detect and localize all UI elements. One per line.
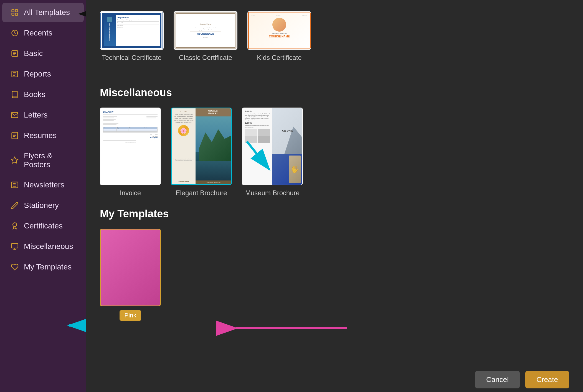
sidebar-item-reports[interactable]: Reports — [2, 64, 84, 84]
template-card-pink[interactable]: Pink — [100, 229, 161, 321]
sidebar-item-basic[interactable]: Basic — [2, 44, 84, 63]
miscellaneous-grid: INVOICE — [100, 108, 569, 197]
sidebar-item-stationery[interactable]: Stationery — [2, 196, 84, 215]
book-icon — [10, 90, 19, 99]
misc-icon — [10, 242, 19, 251]
template-thumb[interactable]: Certificate of Achievement Algorithms Su… — [100, 11, 164, 50]
template-card-kids[interactable]: NAME STATUS TEACHER HAS PARTICIPATED IN … — [247, 11, 311, 62]
sidebar-item-label: Newsletters — [24, 180, 64, 189]
miscellaneous-section: Miscellaneous INVOICE — [100, 87, 569, 197]
sidebar-item-label: Letters — [24, 111, 48, 119]
grid-icon — [10, 8, 19, 17]
sidebar-item-label: Resumes — [24, 131, 57, 140]
sidebar-item-letters[interactable]: Letters — [2, 105, 84, 125]
sidebar-item-label: My Templates — [24, 263, 72, 271]
template-thumb-pink[interactable] — [100, 229, 161, 306]
lines-icon — [10, 49, 19, 58]
sidebar-item-label: Recents — [24, 29, 52, 37]
template-thumb-invoice[interactable]: INVOICE — [100, 108, 161, 185]
my-templates-grid: Pink — [100, 229, 569, 321]
sidebar-item-miscellaneous[interactable]: Miscellaneous — [2, 237, 84, 256]
template-thumb[interactable]: NAME STATUS TEACHER HAS PARTICIPATED IN … — [247, 11, 311, 50]
main-content: Certificate of Achievement Algorithms Su… — [86, 0, 583, 367]
certificate-icon — [10, 221, 19, 231]
sidebar: All Templates Recents — [0, 0, 86, 392]
sidebar-item-books[interactable]: Books — [2, 85, 84, 104]
template-thumb[interactable]: Recipient Name has successfully complete… — [174, 11, 237, 50]
flyer-icon — [10, 156, 19, 165]
template-label: Technical Certificate — [102, 54, 162, 62]
sidebar-item-recents[interactable]: Recents — [2, 23, 84, 43]
template-card-classic[interactable]: Recipient Name has successfully complete… — [174, 11, 237, 62]
template-card-museum-brochure[interactable]: Subtitle To add photos, just tap or clic… — [242, 108, 303, 197]
resume-icon — [10, 131, 19, 140]
letter-icon — [10, 110, 19, 120]
clock-icon — [10, 28, 19, 38]
sidebar-item-all-templates[interactable]: All Templates — [2, 3, 84, 22]
report-icon — [10, 69, 19, 79]
certificates-section: Certificate of Achievement Algorithms Su… — [100, 11, 569, 73]
sidebar-item-label: Flyers & Posters — [24, 151, 76, 169]
newsletter-icon — [10, 180, 19, 190]
section-title-miscellaneous: Miscellaneous — [100, 87, 569, 99]
svg-rect-2 — [12, 13, 14, 15]
template-card-invoice[interactable]: INVOICE — [100, 108, 161, 197]
svg-rect-23 — [11, 244, 18, 248]
svg-rect-0 — [12, 10, 14, 12]
template-label: Invoice — [120, 189, 141, 197]
sidebar-item-flyers-posters[interactable]: Flyers & Posters — [2, 146, 84, 174]
sidebar-item-certificates[interactable]: Certificates — [2, 216, 84, 236]
template-card-technical[interactable]: Certificate of Achievement Algorithms Su… — [100, 11, 164, 62]
cancel-button[interactable]: Cancel — [475, 371, 520, 388]
sidebar-item-label: Miscellaneous — [24, 242, 73, 251]
svg-rect-3 — [15, 13, 17, 15]
template-label: Kids Certificate — [257, 54, 301, 62]
template-label-pink: Pink — [120, 310, 141, 321]
sidebar-item-newsletters[interactable]: Newsletters — [2, 175, 84, 195]
sidebar-item-my-templates[interactable]: My Templates — [2, 257, 84, 277]
sidebar-item-label: Stationery — [24, 201, 59, 210]
section-title-my-templates: My Templates — [100, 208, 569, 220]
template-label: Museum Brochure — [245, 189, 300, 197]
svg-marker-17 — [11, 157, 18, 163]
sidebar-item-label: Books — [24, 90, 45, 99]
template-thumb-elegant[interactable]: TITLE To get started, just tap or click … — [171, 108, 232, 185]
template-label: Elegant Brochure — [176, 189, 227, 197]
template-label: Classic Certificate — [179, 54, 232, 62]
sidebar-item-label: Reports — [24, 70, 51, 78]
sidebar-item-label: Certificates — [24, 222, 63, 230]
create-button[interactable]: Create — [525, 371, 569, 388]
sidebar-item-resumes[interactable]: Resumes — [2, 126, 84, 145]
template-card-elegant-brochure[interactable]: TITLE To get started, just tap or click … — [171, 108, 232, 197]
sidebar-item-label: Basic — [24, 49, 43, 58]
sidebar-item-label: All Templates — [24, 8, 70, 17]
heart-icon — [10, 262, 19, 272]
svg-rect-1 — [15, 10, 17, 12]
my-templates-section: My Templates Pink — [100, 208, 569, 321]
stationery-icon — [10, 201, 19, 210]
template-thumb-museum[interactable]: Subtitle To add photos, just tap or clic… — [242, 108, 303, 185]
svg-point-22 — [13, 223, 17, 226]
bottom-bar: Cancel Create — [86, 367, 583, 392]
